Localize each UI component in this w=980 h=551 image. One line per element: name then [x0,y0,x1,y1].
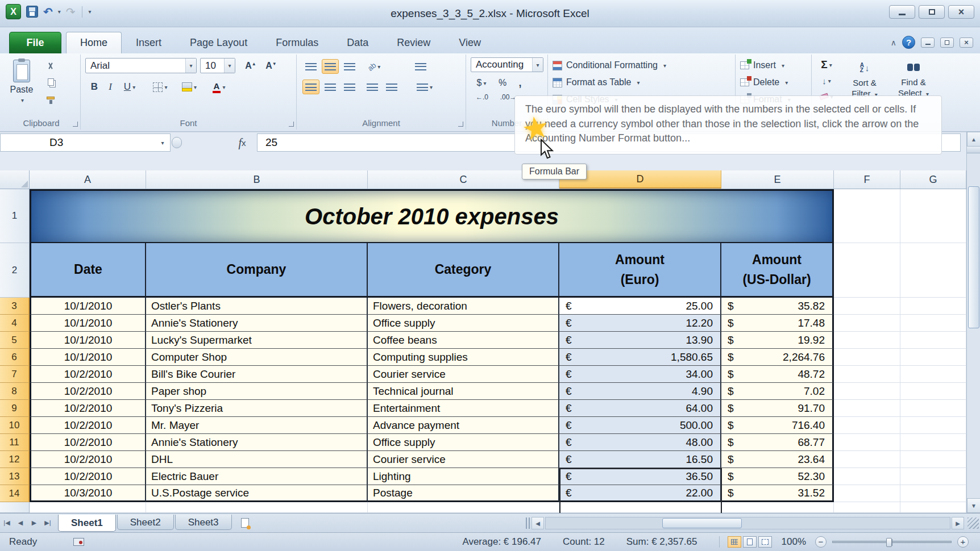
header-cell-category[interactable]: Category [368,243,559,298]
minimize-button[interactable] [889,5,915,19]
zoom-level[interactable]: 100% [782,536,806,548]
resize-grip[interactable] [967,517,979,529]
cell-category[interactable]: Technical journal [368,383,559,400]
cell-empty[interactable] [900,332,966,349]
insert-cells-button[interactable]: Insert▾ [740,58,784,73]
cell-category[interactable]: Courier service [368,451,559,468]
insert-worksheet-button[interactable] [235,516,255,530]
cell-company[interactable]: Mr. Mayer [146,417,368,434]
page-layout-view-button[interactable] [743,536,757,548]
name-box-dropdown-icon[interactable]: ▾ [155,134,170,151]
insert-function-button[interactable]: fx [230,135,255,151]
cell-empty[interactable] [900,349,966,366]
column-header-B[interactable]: B [146,170,368,189]
cell-amount-euro[interactable]: €500.00 [559,417,721,434]
horizontal-scroll-track[interactable] [545,517,950,529]
cell-empty[interactable] [900,243,966,298]
column-header-F[interactable]: F [834,170,900,189]
cell-empty[interactable] [900,189,966,243]
font-name-dropdown-icon[interactable]: ▾ [185,59,196,73]
format-painter-button[interactable] [42,91,59,105]
cell-empty[interactable] [900,417,966,434]
close-button[interactable]: × [948,5,974,19]
accounting-dropdown-icon[interactable]: ▾ [483,80,486,86]
row-header-4[interactable]: 4 [0,315,30,332]
row-header-13[interactable]: 13 [0,468,30,485]
copy-button[interactable] [42,75,59,89]
cell-category[interactable]: Advance payment [368,417,559,434]
row-header-8[interactable]: 8 [0,383,30,400]
fill-color-dropdown-icon[interactable]: ▾ [194,84,197,90]
zoom-out-button[interactable]: − [815,536,827,548]
cell-empty[interactable] [146,502,368,513]
cell-empty[interactable] [900,315,966,332]
tab-data[interactable]: Data [333,32,383,53]
cell-amount-euro[interactable]: €48.00 [559,434,721,451]
formula-bar-splitter[interactable] [172,137,182,148]
row-header-9[interactable]: 9 [0,400,30,417]
cell-amount-usd[interactable]: $68.77 [721,434,834,451]
cell-amount-usd[interactable]: $19.92 [721,332,834,349]
vertical-scrollbar-thumb[interactable] [968,186,979,328]
workbook-minimize-button[interactable] [921,37,935,48]
cell-company[interactable]: Ostler's Plants [146,298,368,315]
cell-empty[interactable] [834,189,900,243]
cell-category[interactable]: Office supply [368,434,559,451]
increase-decimal-button[interactable]: ←.0 [471,91,493,103]
cell-company[interactable]: Annie's Stationery [146,315,368,332]
previous-sheet-icon[interactable]: ◀ [14,516,27,530]
cell-empty[interactable] [559,502,721,513]
vertical-split-handle[interactable] [967,147,980,153]
cell-category[interactable]: Lighting [368,468,559,485]
header-cell-date[interactable]: Date [30,243,146,298]
cell-category[interactable]: Office supply [368,315,559,332]
cell-company[interactable]: Annie's Stationery [146,434,368,451]
header-cell-company[interactable]: Company [146,243,368,298]
bold-button[interactable]: B [86,80,102,94]
workbook-restore-button[interactable] [940,37,954,48]
cell-empty[interactable] [834,332,900,349]
cell-date[interactable]: 10/2/2010 [30,383,146,400]
font-dialog-launcher-icon[interactable] [289,122,294,127]
orientation-dropdown-icon[interactable]: ▾ [377,64,380,70]
cell-amount-euro[interactable]: €34.00 [559,366,721,383]
workbook-close-button[interactable]: × [960,37,973,48]
scroll-up-button[interactable]: ▲ [967,132,980,147]
cell-date[interactable]: 10/2/2010 [30,400,146,417]
cell-empty[interactable] [834,349,900,366]
format-as-table-dropdown-icon[interactable]: ▾ [637,80,640,86]
cell-empty[interactable] [834,485,900,502]
cell-date[interactable]: 10/3/2010 [30,485,146,502]
cell-empty[interactable] [900,451,966,468]
cell-empty[interactable] [900,366,966,383]
collapse-ribbon-icon[interactable]: ∧ [891,38,896,47]
cell-amount-usd[interactable]: $716.40 [721,417,834,434]
paste-button[interactable]: Paste ▾ [6,57,38,115]
cell-category[interactable]: Entertainment [368,400,559,417]
normal-view-button[interactable] [728,536,741,548]
cell-empty[interactable] [834,434,900,451]
cell-amount-usd[interactable]: $23.64 [721,451,834,468]
help-icon[interactable]: ? [902,36,915,49]
cell-company[interactable]: Computer Shop [146,349,368,366]
column-header-E[interactable]: E [721,170,834,189]
bottom-align-button[interactable] [341,59,358,74]
shrink-font-button[interactable]: A▼ [261,58,281,73]
sheet-tab-sheet1[interactable]: Sheet1 [58,515,116,532]
zoom-slider-thumb[interactable] [886,538,892,547]
horizontal-scrollbar[interactable]: ◀ ▶ [526,516,964,530]
alignment-dialog-launcher-icon[interactable] [458,122,463,127]
fill-dropdown-icon[interactable]: ▾ [828,78,831,84]
cell-amount-euro[interactable]: €4.90 [559,383,721,400]
cell-amount-euro[interactable]: €16.50 [559,451,721,468]
cell-empty[interactable] [834,468,900,485]
delete-dropdown-icon[interactable]: ▾ [785,80,788,86]
number-format-combo[interactable]: Accounting ▾ [471,57,543,72]
clipboard-dialog-launcher-icon[interactable] [73,122,78,127]
align-right-button[interactable] [341,80,358,94]
cell-category[interactable]: Courier service [368,366,559,383]
cell-amount-usd[interactable]: $48.72 [721,366,834,383]
autosum-button[interactable]: Σ▾ [815,58,838,72]
cell-empty[interactable] [900,383,966,400]
cell-category[interactable]: Postage [368,485,559,502]
